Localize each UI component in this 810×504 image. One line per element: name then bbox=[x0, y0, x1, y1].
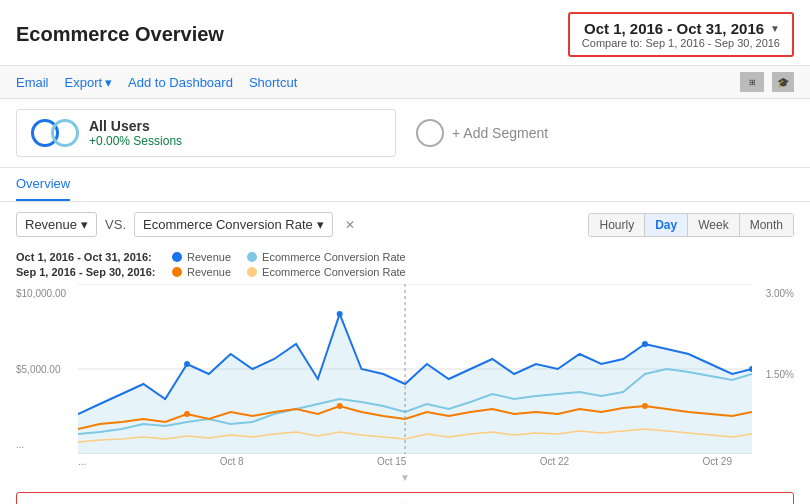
legend-item-conv-2: Ecommerce Conversion Rate bbox=[247, 266, 406, 278]
segment-circle-light bbox=[51, 119, 79, 147]
x-label-0: ... bbox=[78, 456, 86, 467]
tab-bar: Overview bbox=[0, 168, 810, 202]
date-range-arrow-icon: ▼ bbox=[770, 23, 780, 34]
chart-svg bbox=[78, 284, 752, 454]
metric2-arrow-icon: ▾ bbox=[317, 217, 324, 232]
chart-dot-orange-3 bbox=[642, 403, 648, 409]
metric2-select[interactable]: Ecommerce Conversion Rate ▾ bbox=[134, 212, 333, 237]
add-segment-label: + Add Segment bbox=[452, 125, 548, 141]
export-arrow-icon: ▾ bbox=[105, 75, 112, 90]
legend-label-conv-2: Ecommerce Conversion Rate bbox=[262, 266, 406, 278]
chart-dot-2 bbox=[337, 311, 343, 317]
legend-row-1: Oct 1, 2016 - Oct 31, 2016: Revenue Ecom… bbox=[16, 251, 794, 263]
qr-icons-group: ⊞ 🎓 bbox=[740, 72, 794, 92]
chart-dot-1 bbox=[184, 361, 190, 367]
bottom-panels: Revenue & Conversion Rate Revenue 46.73%… bbox=[16, 492, 794, 504]
time-buttons-group: Hourly Day Week Month bbox=[588, 213, 794, 237]
export-button[interactable]: Export ▾ bbox=[65, 75, 113, 90]
legend-period-2: Sep 1, 2016 - Sep 30, 2016: bbox=[16, 266, 156, 278]
y-axis-left: $10,000.00 $5,000.00 ... bbox=[16, 284, 76, 454]
y-left-mid: $5,000.00 bbox=[16, 364, 76, 375]
chart-dot-3 bbox=[642, 341, 648, 347]
email-button[interactable]: Email bbox=[16, 75, 49, 90]
date-range-main[interactable]: Oct 1, 2016 - Oct 31, 2016 ▼ bbox=[584, 20, 780, 37]
metric1-arrow-icon: ▾ bbox=[81, 217, 88, 232]
page-header: Ecommerce Overview Oct 1, 2016 - Oct 31,… bbox=[0, 0, 810, 66]
legend-label-conv-1: Ecommerce Conversion Rate bbox=[262, 251, 406, 263]
legend-item-conv-1: Ecommerce Conversion Rate bbox=[247, 251, 406, 263]
shortcut-button[interactable]: Shortcut bbox=[249, 75, 297, 90]
add-to-dashboard-button[interactable]: Add to Dashboard bbox=[128, 75, 233, 90]
y-right-mid: 1.50% bbox=[754, 369, 794, 380]
chart-dot-orange-2 bbox=[337, 403, 343, 409]
settings-icon[interactable]: 🎓 bbox=[772, 72, 794, 92]
x-label-3: Oct 22 bbox=[540, 456, 569, 467]
y-left-top: $10,000.00 bbox=[16, 288, 76, 299]
legend-dot-revenue-2 bbox=[172, 267, 182, 277]
y-left-bot: ... bbox=[16, 439, 76, 450]
x-label-1: Oct 8 bbox=[220, 456, 244, 467]
add-segment-button[interactable]: + Add Segment bbox=[416, 119, 548, 147]
legend-label-revenue-1: Revenue bbox=[187, 251, 231, 263]
export-label: Export bbox=[65, 75, 103, 90]
x-label-2: Oct 15 bbox=[377, 456, 406, 467]
metric2-label: Ecommerce Conversion Rate bbox=[143, 217, 313, 232]
page-title: Ecommerce Overview bbox=[16, 23, 224, 46]
date-range-main-text: Oct 1, 2016 - Oct 31, 2016 bbox=[584, 20, 764, 37]
legend-row-2: Sep 1, 2016 - Sep 30, 2016: Revenue Ecom… bbox=[16, 266, 794, 278]
legend-period-1: Oct 1, 2016 - Oct 31, 2016: bbox=[16, 251, 156, 263]
legend-item-revenue-2: Revenue bbox=[172, 266, 231, 278]
segment-bar: All Users +0.00% Sessions + Add Segment bbox=[0, 99, 810, 168]
metric2-close-icon[interactable]: ✕ bbox=[345, 218, 355, 232]
time-btn-week[interactable]: Week bbox=[688, 214, 739, 236]
compare-label: Compare to: bbox=[582, 37, 643, 49]
legend-dot-conv-1 bbox=[247, 252, 257, 262]
y-right-top: 3.00% bbox=[754, 288, 794, 299]
date-range-compare: Compare to: Sep 1, 2016 - Sep 30, 2016 bbox=[582, 37, 780, 49]
all-users-segment[interactable]: All Users +0.00% Sessions bbox=[16, 109, 396, 157]
x-label-4: Oct 29 bbox=[703, 456, 732, 467]
segment-circles bbox=[31, 119, 79, 147]
compare-range: Sep 1, 2016 - Sep 30, 2016 bbox=[645, 37, 780, 49]
scroll-indicator: ▼ bbox=[16, 469, 794, 484]
legend-dot-conv-2 bbox=[247, 267, 257, 277]
x-axis: ... Oct 8 Oct 15 Oct 22 Oct 29 bbox=[16, 454, 794, 467]
time-btn-month[interactable]: Month bbox=[740, 214, 793, 236]
legend-label-revenue-2: Revenue bbox=[187, 266, 231, 278]
chart-inner: $10,000.00 $5,000.00 ... 3.00% 1.50% bbox=[16, 284, 794, 454]
chart-container: $10,000.00 $5,000.00 ... 3.00% 1.50% bbox=[0, 284, 810, 484]
metric1-label: Revenue bbox=[25, 217, 77, 232]
chart-controls: Revenue ▾ VS. Ecommerce Conversion Rate … bbox=[0, 202, 810, 247]
time-btn-hourly[interactable]: Hourly bbox=[589, 214, 645, 236]
chart-dot-orange-1 bbox=[184, 411, 190, 417]
segment-name: All Users bbox=[89, 118, 182, 134]
segment-pct: +0.00% Sessions bbox=[89, 134, 182, 148]
chart-legend: Oct 1, 2016 - Oct 31, 2016: Revenue Ecom… bbox=[0, 247, 810, 284]
y-axis-right: 3.00% 1.50% bbox=[754, 284, 794, 454]
tab-overview[interactable]: Overview bbox=[16, 168, 70, 201]
vs-label: VS. bbox=[105, 217, 126, 232]
date-range-selector[interactable]: Oct 1, 2016 - Oct 31, 2016 ▼ Compare to:… bbox=[568, 12, 794, 57]
toolbar: Email Export ▾ Add to Dashboard Shortcut… bbox=[0, 66, 810, 99]
segment-info: All Users +0.00% Sessions bbox=[89, 118, 182, 148]
qr-code-icon[interactable]: ⊞ bbox=[740, 72, 764, 92]
time-btn-day[interactable]: Day bbox=[645, 214, 688, 236]
metric1-select[interactable]: Revenue ▾ bbox=[16, 212, 97, 237]
legend-dot-revenue-1 bbox=[172, 252, 182, 262]
chart-fill-revenue bbox=[78, 314, 752, 454]
add-segment-circle-icon bbox=[416, 119, 444, 147]
legend-item-revenue-1: Revenue bbox=[172, 251, 231, 263]
